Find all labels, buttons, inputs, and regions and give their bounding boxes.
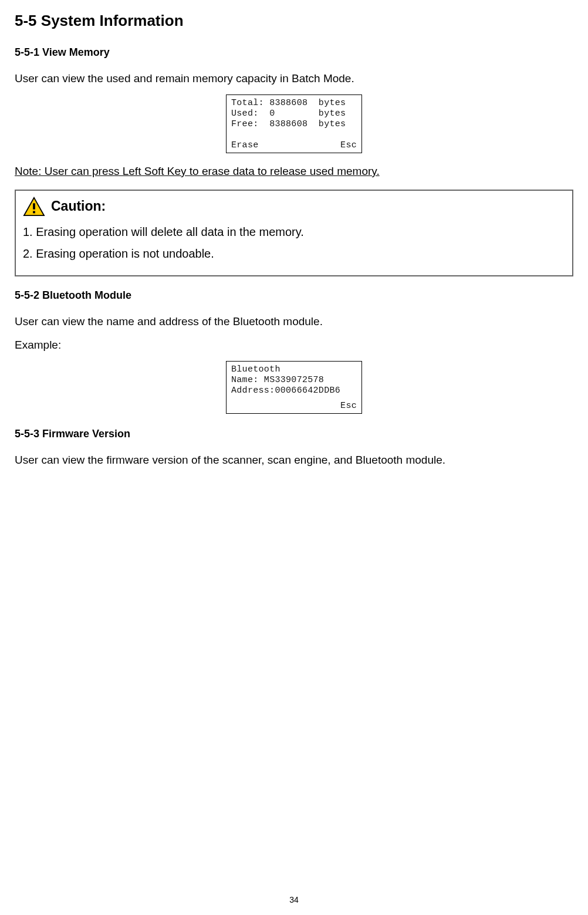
lcd-row-free: Free: 8388608 bytes xyxy=(231,119,357,130)
lcd-bt-line1: Bluetooth xyxy=(231,364,357,375)
lcd-bt-softkey-esc: Esc xyxy=(340,401,357,411)
text-bluetooth-intro: User can view the name and address of th… xyxy=(15,313,573,330)
text-erase-note: Note: User can press Left Soft Key to er… xyxy=(15,165,573,178)
heading-firmware-version: 5-5-3 Firmware Version xyxy=(15,428,573,440)
text-firmware-intro: User can view the firmware version of th… xyxy=(15,452,573,469)
section-bluetooth-module: 5-5-2 Bluetooth Module User can view the… xyxy=(15,289,573,414)
lcd-softkey-erase: Erase xyxy=(231,140,259,151)
heading-view-memory: 5-5-1 View Memory xyxy=(15,46,573,59)
svg-rect-2 xyxy=(33,211,35,213)
lcd-row-used: Used: 0 bytes xyxy=(231,109,357,119)
lcd-bt-name: Name: MS339072578 xyxy=(231,375,357,386)
lcd-row-total: Total: 8388608 bytes xyxy=(231,98,357,109)
warning-icon xyxy=(23,197,45,217)
caution-item-2: 2. Erasing operation is not undoable. xyxy=(23,245,565,262)
caution-title: Caution: xyxy=(51,198,106,214)
svg-rect-1 xyxy=(33,203,35,209)
lcd-bluetooth-screen: Bluetooth Name: MS339072578 Address:0006… xyxy=(226,361,362,414)
section-view-memory: 5-5-1 View Memory User can view the used… xyxy=(15,46,573,178)
caution-header: Caution: xyxy=(23,197,565,217)
heading-system-information: 5-5 System Information xyxy=(15,12,573,30)
caution-item-1: 1. Erasing operation will delete all dat… xyxy=(23,224,565,241)
lcd-softkey-esc: Esc xyxy=(340,140,357,151)
lcd-memory-screen: Total: 8388608 bytes Used: 0 bytes Free:… xyxy=(226,94,362,153)
lcd-bt-address: Address:00066642DDB6 xyxy=(231,386,357,396)
text-example-label: Example: xyxy=(15,337,573,354)
caution-box: Caution: 1. Erasing operation will delet… xyxy=(15,190,573,276)
section-firmware-version: 5-5-3 Firmware Version User can view the… xyxy=(15,428,573,469)
page-number: 34 xyxy=(0,895,588,904)
text-view-memory-intro: User can view the used and remain memory… xyxy=(15,70,573,87)
heading-bluetooth-module: 5-5-2 Bluetooth Module xyxy=(15,289,573,302)
